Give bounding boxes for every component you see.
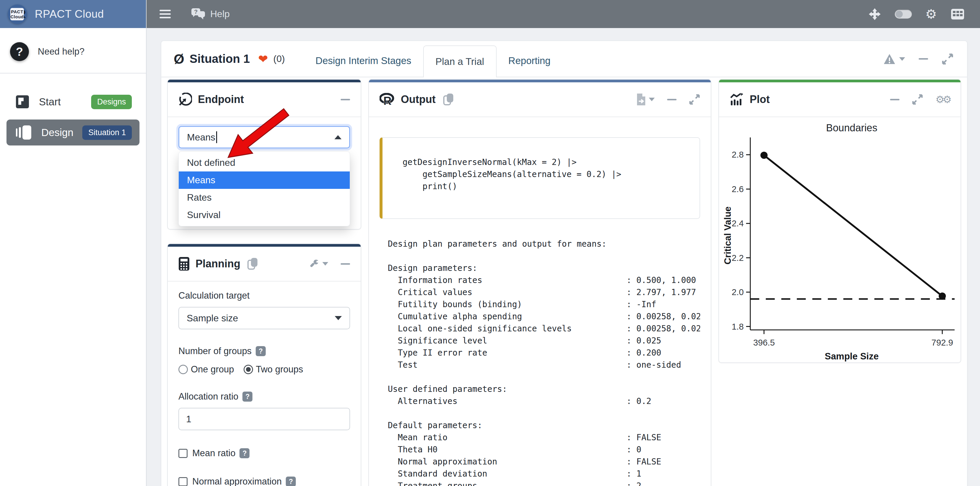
sidebar-item-design[interactable]: Design Situation 1 [6,120,140,145]
svg-text:2.2: 2.2 [732,253,744,263]
expand-output-button[interactable] [689,94,700,105]
sidebar: R PACTCloud RPACT Cloud ? Need help? Sta… [0,0,146,486]
calculation-target-select[interactable]: Sample size [178,307,350,329]
plot-title: Plot [750,93,770,106]
toggle-knob [896,11,903,18]
planning-header: Planning [168,247,361,282]
situation-title-group: Ø Situation 1 ❤ (0) [174,52,285,66]
endpoint-combobox-value: Means [187,132,215,143]
output-title: Output [401,93,436,106]
sidebar-item-start[interactable]: Start Designs [6,89,140,115]
svg-text:2.6: 2.6 [732,184,744,194]
settings-gear-icon[interactable]: ⚙ [926,8,937,21]
help-question-badge[interactable]: ? [256,346,266,356]
mean-ratio-label: Mean ratio ? [192,448,250,459]
radio-two-groups-label: Two groups [256,364,303,375]
center-panel-column: R Output [368,79,711,486]
output-accent-bar [369,80,711,82]
brand-title: RPACT Cloud [35,8,104,20]
hamburger-menu-icon[interactable] [159,10,171,18]
tab-design-interim-stages[interactable]: Design Interim Stages [304,45,423,77]
situation-card: Ø Situation 1 ❤ (0) Design Interim Stage… [161,40,967,486]
grid-table-icon[interactable] [950,8,965,20]
tab-reporting[interactable]: Reporting [496,45,562,77]
help-bubbles-icon: ? [191,8,206,21]
designs-badge: Designs [91,95,132,109]
output-panel: R Output [368,79,711,486]
svg-text:396.5: 396.5 [753,338,775,347]
export-dropdown-button[interactable] [636,93,655,106]
collapse-planning-button[interactable] [340,263,350,265]
warnings-dropdown-button[interactable] [883,53,905,65]
radio-one-group-label: One group [191,364,234,375]
planning-tools-dropdown[interactable] [309,258,328,269]
help-question-badge[interactable]: ? [239,448,250,458]
collapse-endpoint-button[interactable] [340,99,350,100]
copy-icon[interactable] [443,93,455,106]
favorite-heart-icon[interactable]: ❤ [258,52,268,66]
fullscreen-icon[interactable] [868,8,881,21]
minimize-card-button[interactable] [919,58,928,60]
theme-toggle[interactable] [895,10,912,19]
chevron-down-icon [649,98,655,101]
copy-icon[interactable] [247,257,259,270]
help-question-badge[interactable]: ? [242,392,253,402]
expand-card-button[interactable] [942,53,953,65]
endpoint-target-icon [178,92,192,106]
output-header: R Output [369,82,711,117]
layers-icon [16,126,31,140]
endpoint-combobox[interactable]: Means [178,126,350,148]
normal-approximation-row: Normal approximation ? [178,476,350,486]
content-area: Ø Situation 1 ❤ (0) Design Interim Stage… [146,28,980,486]
planning-panel: Planning [167,244,361,486]
chevron-down-icon [899,57,905,61]
design-parameters-text: Design plan parameters and output for me… [388,238,700,486]
endpoint-panel: Endpoint Means Not defined [167,79,361,229]
brand-header: R PACTCloud RPACT Cloud [0,0,146,28]
rpact-logo[interactable]: R PACTCloud [8,5,27,24]
tab-plan-a-trial[interactable]: Plan a Trial [423,45,496,77]
normal-approximation-checkbox[interactable] [178,477,188,486]
radio-two-groups[interactable] [243,365,253,374]
help-question-badge[interactable]: ? [286,476,296,486]
left-panel-column: Endpoint Means Not defined [167,79,361,486]
collapse-output-button[interactable] [667,99,676,100]
radio-one-group[interactable] [178,365,188,374]
endpoint-header: Endpoint [168,82,361,117]
situation-badge: Situation 1 [82,126,132,140]
wrench-icon [309,258,320,269]
r-code: getDesignInverseNormal(kMax = 2) |> getS… [402,156,700,193]
logo-badge: PACTCloud [10,8,24,20]
chevron-down-icon [335,316,342,320]
topbar-actions: ⚙ [868,8,965,21]
collapse-plot-button[interactable] [890,99,899,100]
allocation-ratio-input[interactable] [178,408,350,430]
plot-panel: Plot ⚙⚙ [718,79,961,363]
mean-ratio-row: Mean ratio ? [178,448,350,459]
mean-ratio-checkbox[interactable] [178,449,188,458]
option-not-defined[interactable]: Not defined [179,154,350,171]
option-rates[interactable]: Rates [179,189,350,206]
app-root: R PACTCloud RPACT Cloud ? Need help? Sta… [0,0,980,486]
planning-title: Planning [196,258,240,270]
sidebar-items: Start Designs Design Situation 1 [0,73,146,145]
chart-icon [730,93,744,106]
svg-text:2.0: 2.0 [732,287,744,297]
need-help-label: Need help? [38,46,84,57]
option-survival[interactable]: Survival [179,206,350,224]
number-of-groups-label: Number of groups ? [178,346,350,357]
warning-triangle-icon [883,53,896,65]
question-circle-icon: ? [10,42,29,61]
svg-text:792.9: 792.9 [931,338,953,347]
plot-settings-gears-icon[interactable]: ⚙⚙ [935,94,950,105]
main-column: ? Help ⚙ [146,0,980,486]
help-button[interactable]: ? Help [191,8,230,21]
output-body: getDesignInverseNormal(kMax = 2) |> getS… [369,117,711,486]
need-help-link[interactable]: ? Need help? [0,38,146,73]
option-means[interactable]: Means [179,171,350,189]
panel-grid: Endpoint Means Not defined [161,77,967,486]
calculator-icon [178,257,189,271]
expand-plot-button[interactable] [912,94,923,105]
empty-set-icon: Ø [174,52,185,66]
endpoint-accent-bar [168,80,361,82]
